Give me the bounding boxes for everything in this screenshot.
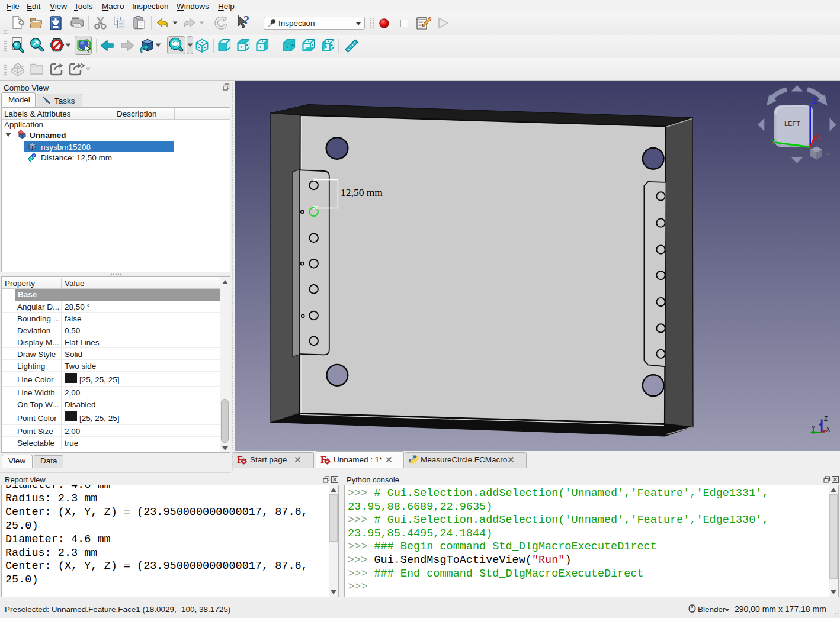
svg-text:Y: Y: [771, 137, 776, 146]
svg-text:Z: Z: [824, 416, 828, 422]
svg-text:X: X: [816, 133, 821, 141]
svg-text:LEFT: LEFT: [784, 120, 800, 127]
svg-text:X: X: [826, 426, 831, 433]
svg-text:Z: Z: [812, 96, 817, 105]
svg-text:Y: Y: [812, 425, 816, 432]
svg-text:12,50 mm: 12,50 mm: [341, 186, 383, 198]
